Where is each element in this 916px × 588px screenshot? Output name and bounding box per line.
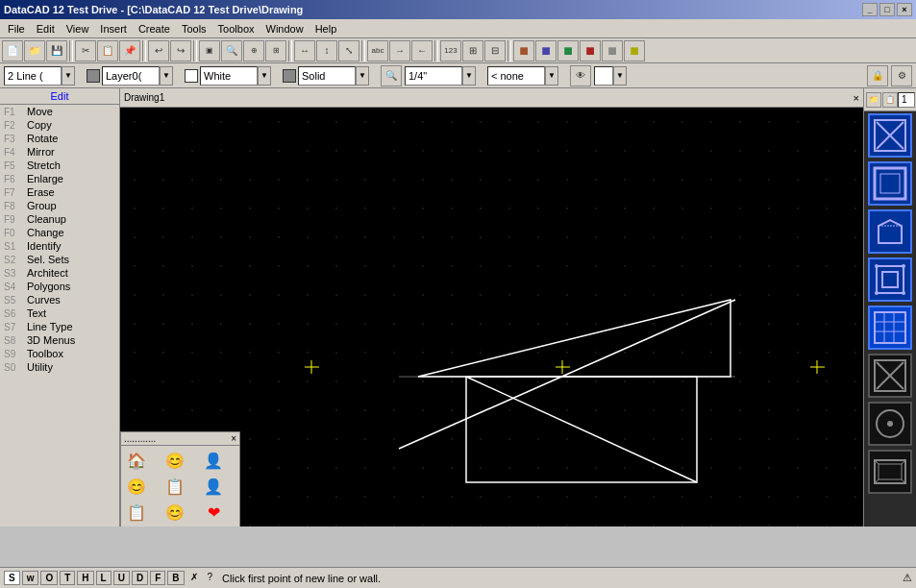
copy-btn[interactable]: 📋: [97, 40, 118, 61]
color-combo[interactable]: White: [200, 66, 258, 86]
right-icon-8[interactable]: [868, 450, 912, 494]
menu-item-mirror[interactable]: F4Mirror: [0, 145, 119, 159]
right-icon-7[interactable]: [868, 402, 912, 446]
open-btn[interactable]: 📁: [24, 40, 45, 61]
tb19[interactable]: ■: [624, 40, 645, 61]
menu-item-text[interactable]: S6Text: [0, 306, 119, 320]
menu-toolbox[interactable]: Toolbox: [212, 21, 260, 37]
linetype-arrow[interactable]: ▼: [62, 66, 75, 86]
snap-combo[interactable]: < none: [487, 66, 545, 86]
tab-help[interactable]: ?: [204, 571, 217, 585]
scale-combo[interactable]: 1/4": [405, 66, 462, 86]
paste-btn[interactable]: 📌: [119, 40, 140, 61]
bottom-icon-3[interactable]: 👤: [200, 448, 227, 473]
tab-o[interactable]: O: [40, 571, 58, 585]
bottom-icon-1[interactable]: 🏠: [123, 448, 150, 473]
tb14[interactable]: ■: [513, 40, 534, 61]
menu-item-copy[interactable]: F2Copy: [0, 118, 119, 132]
fill-combo[interactable]: Solid: [298, 66, 356, 86]
bottom-icon-5[interactable]: 📋: [161, 474, 188, 499]
tb17[interactable]: ■: [580, 40, 601, 61]
tb7[interactable]: ⤡: [338, 40, 359, 61]
tb3[interactable]: ⊕: [243, 40, 264, 61]
eye-btn[interactable]: 👁: [570, 65, 591, 86]
tab-b[interactable]: B: [167, 571, 184, 585]
tb6[interactable]: ↕: [316, 40, 337, 61]
tb12[interactable]: ⊞: [462, 40, 483, 61]
tab-u[interactable]: U: [113, 571, 130, 585]
right-icon-1[interactable]: [868, 113, 912, 158]
tb11[interactable]: 123: [440, 40, 461, 61]
tab-d[interactable]: D: [132, 571, 148, 585]
menu-item-enlarge[interactable]: F6Enlarge: [0, 172, 119, 185]
linetype-combo[interactable]: 2 Line (: [4, 66, 62, 86]
tb15[interactable]: ■: [535, 40, 557, 61]
menu-help[interactable]: Help: [309, 21, 343, 37]
bottom-panel-close[interactable]: ×: [231, 433, 236, 444]
color-arrow[interactable]: ▼: [258, 66, 271, 86]
bottom-icon-6[interactable]: 👤: [200, 474, 227, 499]
menu-tools[interactable]: Tools: [176, 21, 212, 37]
right-icon-6[interactable]: [868, 354, 912, 398]
menu-item-erase[interactable]: F7Erase: [0, 185, 119, 199]
menu-item-move[interactable]: F1Move: [0, 105, 119, 118]
undo-btn[interactable]: ↩: [148, 40, 169, 61]
extra-combo[interactable]: [594, 66, 613, 86]
menu-item-linetype[interactable]: S7Line Type: [0, 320, 119, 333]
menu-edit[interactable]: Edit: [31, 21, 61, 37]
tab-s[interactable]: S: [4, 571, 20, 585]
tb1[interactable]: ▣: [199, 40, 220, 61]
menu-item-polygons[interactable]: S4Polygons: [0, 280, 119, 293]
right-icon-4[interactable]: [868, 257, 912, 302]
menu-item-utility[interactable]: S0Utility: [0, 360, 119, 374]
fill-arrow[interactable]: ▼: [356, 66, 369, 86]
tb5[interactable]: ↔: [294, 40, 315, 61]
bottom-icon-9[interactable]: ❤: [200, 500, 227, 525]
tab-more[interactable]: ✗: [186, 571, 202, 585]
menu-item-stretch[interactable]: F5Stretch: [0, 159, 119, 172]
counter1-box[interactable]: 1: [898, 92, 915, 108]
snap-arrow[interactable]: ▼: [545, 66, 558, 86]
config-btn[interactable]: ⚙: [891, 65, 912, 86]
folder-icon-btn[interactable]: 📁: [866, 92, 881, 108]
tb10[interactable]: ←: [411, 40, 433, 61]
menu-item-group[interactable]: F8Group: [0, 199, 119, 212]
edit-header[interactable]: Edit: [0, 88, 119, 105]
save-btn[interactable]: 💾: [46, 40, 67, 61]
layer-combo[interactable]: Layer0(: [102, 66, 160, 86]
cut-btn[interactable]: ✂: [75, 40, 96, 61]
menu-item-rotate[interactable]: F3Rotate: [0, 132, 119, 145]
right-icon-3[interactable]: [868, 209, 912, 254]
lock-btn[interactable]: 🔒: [867, 65, 888, 86]
tb16[interactable]: ■: [557, 40, 579, 61]
tab-t[interactable]: T: [60, 571, 75, 585]
zoom-btn[interactable]: 🔍: [381, 65, 402, 86]
bottom-icon-8[interactable]: 😊: [161, 500, 188, 525]
tb2[interactable]: 🔍: [221, 40, 242, 61]
menu-view[interactable]: View: [61, 21, 95, 37]
tab-w[interactable]: w: [22, 571, 39, 585]
bottom-icon-7[interactable]: 📋: [123, 500, 150, 525]
minimize-btn[interactable]: _: [862, 3, 878, 16]
menu-file[interactable]: File: [2, 21, 31, 37]
right-icon-5[interactable]: [868, 306, 912, 350]
menu-item-toolbox[interactable]: S9Toolbox: [0, 347, 119, 360]
menu-insert[interactable]: Insert: [94, 21, 133, 37]
tab-f[interactable]: F: [150, 571, 165, 585]
close-btn[interactable]: ×: [897, 3, 912, 16]
new-btn[interactable]: 📄: [2, 40, 23, 61]
tab-h[interactable]: H: [77, 571, 93, 585]
maximize-btn[interactable]: □: [879, 3, 895, 16]
canvas-close-btn[interactable]: ×: [854, 92, 859, 104]
tab-l[interactable]: L: [96, 571, 111, 585]
tb8[interactable]: abc: [367, 40, 388, 61]
tb13[interactable]: ⊟: [484, 40, 506, 61]
tb4[interactable]: ⊞: [265, 40, 286, 61]
menu-item-cleanup[interactable]: F9Cleanup: [0, 212, 119, 226]
menu-item-identify[interactable]: S1Identify: [0, 239, 119, 253]
menu-window[interactable]: Window: [260, 21, 309, 37]
extra-arrow[interactable]: ▼: [613, 66, 627, 86]
bottom-icon-4[interactable]: 😊: [123, 474, 150, 499]
menu-item-selsets[interactable]: S2Sel. Sets: [0, 253, 119, 266]
menu-item-change[interactable]: F0Change: [0, 226, 119, 239]
